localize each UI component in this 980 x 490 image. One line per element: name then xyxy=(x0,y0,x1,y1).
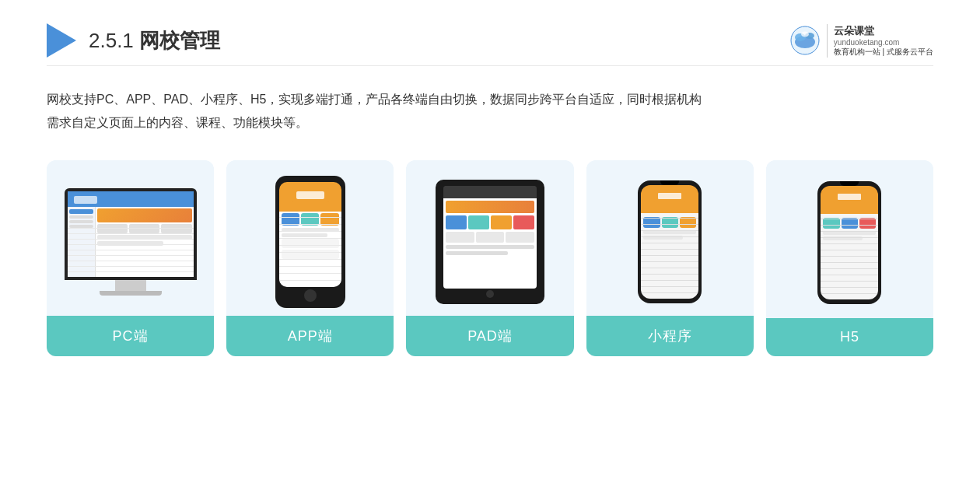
card-pc: PC端 xyxy=(47,160,214,356)
card-pad-label: PAD端 xyxy=(406,316,573,356)
phone-device-h5 xyxy=(817,181,881,304)
cards-grid: PC端 xyxy=(47,160,933,356)
card-miniprogram-image xyxy=(586,160,754,316)
card-pad: PAD端 xyxy=(406,160,573,356)
card-pc-label: PC端 xyxy=(47,316,214,356)
monitor-device xyxy=(65,188,197,296)
card-app-label: APP端 xyxy=(226,316,394,356)
logo-triangle-icon xyxy=(47,23,76,58)
card-miniprogram: 小程序 xyxy=(586,160,754,356)
card-app: APP端 xyxy=(226,160,394,356)
card-h5: H5 xyxy=(766,160,933,356)
card-h5-image xyxy=(766,160,933,318)
description-text: 网校支持PC、APP、PAD、小程序、H5，实现多端打通，产品各终端自由切换，数… xyxy=(47,88,933,135)
page-container: 2.5.1 网校管理 云朵课堂 yunduoketang.com xyxy=(0,0,980,490)
header: 2.5.1 网校管理 云朵课堂 yunduoketang.com xyxy=(47,23,933,66)
header-right: 云朵课堂 yunduoketang.com 教育机构一站 | 式服务云平台 xyxy=(789,24,933,58)
header-left: 2.5.1 网校管理 xyxy=(47,23,220,58)
card-pc-image xyxy=(47,160,214,316)
svg-point-4 xyxy=(801,32,809,37)
card-miniprogram-label: 小程序 xyxy=(586,316,754,356)
phone-device-mini xyxy=(638,180,702,303)
brand-text: 云朵课堂 yunduoketang.com 教育机构一站 | 式服务云平台 xyxy=(827,24,933,58)
card-app-image xyxy=(226,160,394,316)
phone-device-app xyxy=(275,176,345,308)
tablet-device xyxy=(436,180,544,304)
page-title: 2.5.1 网校管理 xyxy=(89,27,220,54)
card-h5-label: H5 xyxy=(766,318,933,356)
brand-icon xyxy=(789,25,821,56)
brand-logo: 云朵课堂 yunduoketang.com 教育机构一站 | 式服务云平台 xyxy=(789,24,933,58)
card-pad-image xyxy=(406,160,573,316)
